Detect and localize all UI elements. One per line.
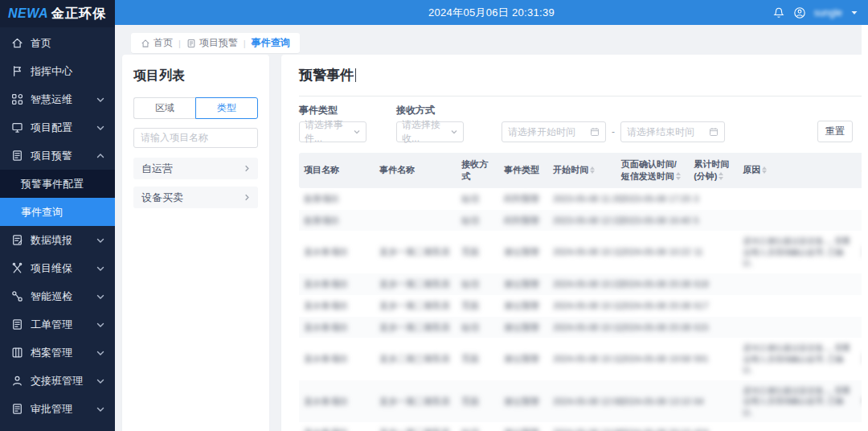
sidebar-item-label: 工单管理 [31,318,96,332]
event-type-select[interactable]: 请选择事件... [299,121,366,142]
sort-icon[interactable] [719,172,725,180]
archive-mgmt-icon [11,347,23,359]
breadcrumb-event-query[interactable]: 事件查询 [252,36,290,50]
cell-project: 某水务项目 [299,295,375,317]
redacted-text: 618 [694,279,708,289]
user-menu-caret-icon[interactable] [850,9,858,17]
project-list-tabs: 区域 类型 [133,97,258,119]
column-header-5[interactable]: 页面确认时间/短信发送时间 [616,153,689,188]
sidebar-item-label: 指挥中心 [31,64,105,79]
table-row[interactable]: 改善项目短信药剂预警2023-05-08 11:202023-05-08 17:… [299,188,868,210]
table-row[interactable]: 某水务项目某乡一期二期泵房短信液位预警2024-05-08 10:222024-… [299,273,868,295]
sidebar-item-shift-mgmt[interactable]: 交接班管理 [0,367,115,395]
cell-type: 液位预警 [499,231,548,273]
sort-icon[interactable] [676,172,682,180]
redacted-text: 液位预警 [504,428,539,431]
calendar-icon [590,127,600,137]
cell-confirm: 2024-05-08 19:58 [616,338,689,380]
column-label: 事件名称 [379,165,415,174]
sidebar-item-smart-ops[interactable]: 智慧运维 [0,85,115,113]
end-time-picker[interactable]: 请选择结束时间 [620,121,725,142]
home-icon [11,37,23,49]
sort-icon[interactable] [590,166,596,174]
cell-method: 短信 [457,317,499,339]
tree-item-equipment-trade[interactable]: 设备买卖 [133,187,258,208]
tab-region[interactable]: 区域 [133,97,195,119]
cell-method: 短信 [457,188,499,210]
tab-type[interactable]: 类型 [195,97,258,119]
sidebar-item-command-center[interactable]: 指挥中心 [0,57,115,85]
redacted-text: 2023-05-08 16:40 [621,216,691,225]
cell-event [375,188,457,210]
page-title: 预警事件 [299,66,354,84]
event-type-placeholder: 请选择事件... [305,118,353,146]
chevron-down-icon [96,236,105,245]
project-search-input[interactable]: 请输入项目名称 [133,128,258,148]
logo-name: 金正环保 [51,6,106,23]
redacted-text: 11 [694,247,702,257]
sidebar-item-label: 智慧运维 [31,92,96,107]
table-row[interactable]: 某水务项目某乡一期二期泵房短信液位预警2024-05-08 10:112024-… [299,317,868,339]
redacted-text: 页面 [461,354,479,363]
redacted-text: 2024-05-08 13:10 [621,396,691,406]
table-row[interactable]: 某水务项目某乡二期三期泵房页面液位预警2024-05-08 10:112024-… [299,338,868,380]
date-range-separator: - [612,126,615,138]
sidebar-item-approval-mgmt[interactable]: 审批管理 [0,395,115,423]
redacted-text: 2024-05-08 10:22 [553,279,623,289]
redacted-text: 2024-05-08 10:11 [553,247,622,257]
cell-confirm: 2024-05-08 20:38 [616,273,689,295]
table-row[interactable]: 某水务项目某乡一期二期泵房页面液位预警2024-05-08 10:112024-… [299,231,868,273]
redacted-text: 某乡一期二期泵房 [379,396,450,406]
redacted-text: 2023-05-08 12:22 [553,216,623,225]
table-row[interactable]: 某水务项目某乡一期二期泵房页面液位预警2024-05-08 12:062024-… [299,380,868,423]
breadcrumb-home[interactable]: 首页 [141,36,173,50]
column-header-4[interactable]: 开始时间 [548,153,616,188]
redacted-text: 3 [694,194,698,203]
project-list-panel: 项目列表 区域 类型 请输入项目名称 自运营 设备买卖 [122,55,269,431]
redacted-text: 2024-05-08 20:38 [621,279,691,289]
sidebar-item-data-report[interactable]: 数据填报 [0,226,115,254]
sidebar-item-project-maintenance[interactable]: 项目维保 [0,254,115,282]
sidebar-item-project-config[interactable]: 项目配置 [0,113,115,142]
redacted-text: 短信 [461,194,479,203]
calendar-icon [709,127,719,137]
redacted-text: 某水务项目 [304,279,348,289]
sidebar-item-work-order[interactable]: 工单管理 [0,310,115,339]
cell-event: 某乡一期二期泵房 [375,273,457,295]
table-row[interactable]: 改善项目短信药剂预警2023-05-08 12:222023-05-08 16:… [299,210,868,232]
column-header-7[interactable]: 原因 [738,153,857,188]
cell-event [375,210,457,232]
cell-confirm: 2024-05-08 10:22 [616,231,689,273]
column-header-6[interactable]: 累计时间 (分钟) [689,153,738,188]
sidebar-subitem-label: 预警事件配置 [21,177,84,191]
sidebar-subitem-event-query[interactable]: 事件查询 [0,198,115,226]
chevron-down-icon [353,128,361,136]
sort-icon[interactable] [762,166,768,174]
cell-event: 某乡一期二期泵房 [375,380,457,423]
receive-method-select[interactable]: 请选择接收... [396,121,464,142]
cell-minutes: 615 [689,317,738,339]
sidebar-item-project-alert[interactable]: 项目预警 [0,142,115,170]
sidebar-item-smart-patrol[interactable]: 智能巡检 [0,282,115,310]
table-row[interactable]: 某水务项目某乡一期二期泵房页面液位预警2024-05-08 10:112024-… [299,295,868,317]
redacted-text: 液位预警 [504,322,539,332]
username[interactable]: sungle [814,7,842,18]
cell-type: 液位预警 [499,338,548,380]
cell-type: 液位预警 [499,422,548,431]
sidebar-item-home[interactable]: 首页 [0,29,115,57]
tree-item-self-operated[interactable]: 自运营 [133,158,258,179]
notification-bell-icon[interactable] [772,6,785,19]
breadcrumb-project-alert[interactable]: 项目预警 [186,36,238,50]
start-time-picker[interactable]: 请选择开始时间 [502,121,606,142]
cell-project: 某水务项目 [299,380,375,423]
column-header-2: 接收方式 [457,153,499,188]
cell-start: 2024-05-08 10:11 [548,317,616,339]
sidebar-subitem-alert-event-config[interactable]: 预警事件配置 [0,170,115,198]
redacted-text: 某乡一期二期泵房 [379,428,450,431]
user-avatar-icon[interactable] [793,6,806,19]
redacted-text: 某水务项目 [304,301,348,310]
table-row[interactable]: 某水务项目某乡一期二期泵房短信液位预警2024-05-08 13:062024-… [299,422,868,431]
sidebar-item-archive-mgmt[interactable]: 档案管理 [0,339,115,367]
reset-button[interactable]: 重置 [817,121,853,142]
redacted-text: 页面 [461,247,479,257]
